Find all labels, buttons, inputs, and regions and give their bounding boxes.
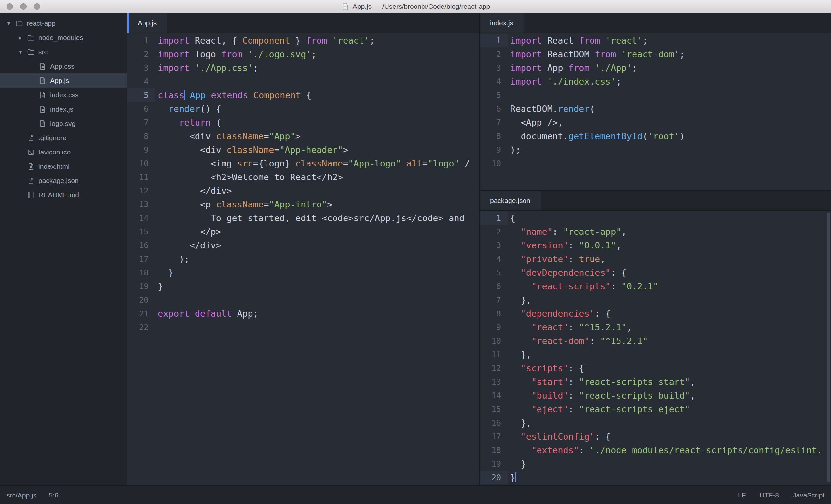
line-number[interactable]: 17 — [480, 430, 508, 444]
code-line[interactable]: 14 To get started, edit <code>src/App.js… — [127, 211, 479, 225]
tree-item-index.js[interactable]: index.js — [0, 102, 126, 116]
line-number[interactable]: 14 — [480, 389, 508, 403]
line-number[interactable]: 6 — [480, 279, 508, 293]
line-number[interactable]: 7 — [480, 116, 508, 129]
code-line[interactable]: 15 "eject": "react-scripts eject" — [480, 403, 831, 416]
line-number[interactable]: 8 — [480, 129, 508, 143]
code-line[interactable]: 5 "devDependencies": { — [480, 266, 831, 279]
code-line[interactable]: 19 } — [480, 457, 831, 471]
code-line[interactable]: 6 render() { — [127, 102, 479, 116]
chevron-right-icon[interactable]: ▸ — [16, 34, 25, 41]
code-line[interactable]: 15 </p> — [127, 225, 479, 239]
line-number[interactable]: 14 — [127, 211, 155, 225]
code-line[interactable]: 19} — [127, 279, 479, 293]
code-line[interactable]: 8 <div className="App"> — [127, 129, 479, 143]
line-number[interactable]: 5 — [480, 266, 508, 279]
line-number[interactable]: 13 — [127, 198, 155, 211]
editor-index-js[interactable]: 1import React from 'react';2import React… — [480, 33, 831, 190]
line-number[interactable]: 7 — [480, 293, 508, 307]
line-number[interactable]: 2 — [480, 225, 508, 239]
tree-item-react-app[interactable]: ▾react-app — [0, 16, 126, 31]
code-line[interactable]: 4 "private": true, — [480, 252, 831, 266]
line-number[interactable]: 4 — [127, 75, 155, 88]
code-line[interactable]: 9); — [480, 143, 831, 157]
line-number[interactable]: 15 — [127, 225, 155, 239]
line-number[interactable]: 18 — [480, 444, 508, 457]
line-number[interactable]: 12 — [480, 362, 508, 375]
line-number[interactable]: 13 — [480, 375, 508, 389]
line-number[interactable]: 19 — [480, 457, 508, 471]
line-number[interactable]: 3 — [480, 61, 508, 75]
close-button[interactable] — [6, 3, 13, 10]
code-line[interactable]: 7 <App />, — [480, 116, 831, 129]
line-number[interactable]: 8 — [480, 307, 508, 321]
line-number[interactable]: 10 — [127, 157, 155, 170]
code-line[interactable]: 7 }, — [480, 293, 831, 307]
code-line[interactable]: 20} — [480, 471, 831, 484]
code-line[interactable]: 6 "react-scripts": "0.2.1" — [480, 279, 831, 293]
chevron-down-icon[interactable]: ▾ — [16, 49, 25, 56]
code-line[interactable]: 5class App extends Component { — [127, 88, 479, 102]
line-number[interactable]: 2 — [127, 48, 155, 61]
tab-package-json[interactable]: package.json — [480, 190, 541, 210]
line-number[interactable]: 1 — [127, 34, 155, 48]
code-line[interactable]: 2import logo from './logo.svg'; — [127, 48, 479, 61]
line-number[interactable]: 8 — [127, 129, 155, 143]
editor-app-js[interactable]: 1import React, { Component } from 'react… — [127, 33, 479, 485]
code-line[interactable]: 17 ); — [127, 252, 479, 266]
line-number[interactable]: 9 — [480, 143, 508, 157]
code-line[interactable]: 11 <h2>Welcome to React</h2> — [127, 170, 479, 184]
code-line[interactable]: 21export default App; — [127, 307, 479, 321]
tree-item-package.json[interactable]: package.json — [0, 174, 126, 188]
code-line[interactable]: 10 <img src={logo} className="App-logo" … — [127, 157, 479, 170]
vertical-scrollbar[interactable] — [827, 213, 830, 482]
code-line[interactable]: 3 "version": "0.0.1", — [480, 239, 831, 252]
line-number[interactable]: 12 — [127, 184, 155, 198]
line-number[interactable]: 10 — [480, 334, 508, 348]
code-line[interactable]: 12 </div> — [127, 184, 479, 198]
tree-item-index.css[interactable]: index.css — [0, 88, 126, 102]
code-line[interactable]: 10 "react-dom": "^15.2.1" — [480, 334, 831, 348]
tree-item-node_modules[interactable]: ▸node_modules — [0, 31, 126, 45]
tab-app-js[interactable]: App.js — [127, 13, 167, 33]
status-language[interactable]: JavaScript — [793, 491, 825, 499]
status-encoding[interactable]: UTF-8 — [760, 491, 779, 499]
zoom-button[interactable] — [34, 3, 40, 10]
line-number[interactable]: 9 — [127, 143, 155, 157]
code-line[interactable]: 18 } — [127, 266, 479, 279]
tab-index-js[interactable]: index.js — [480, 13, 523, 33]
line-number[interactable]: 20 — [480, 471, 508, 484]
code-line[interactable]: 2import ReactDOM from 'react-dom'; — [480, 48, 831, 61]
tree-item-favicon.ico[interactable]: favicon.ico — [0, 145, 126, 159]
line-number[interactable]: 7 — [127, 116, 155, 129]
line-number[interactable]: 16 — [127, 239, 155, 252]
code-line[interactable]: 16 }, — [480, 416, 831, 430]
tree-item-README.md[interactable]: README.md — [0, 188, 126, 202]
minimize-button[interactable] — [20, 3, 27, 10]
code-line[interactable]: 4 — [127, 75, 479, 88]
code-line[interactable]: 16 </div> — [127, 239, 479, 252]
code-line[interactable]: 4import './index.css'; — [480, 75, 831, 88]
code-line[interactable]: 22 — [127, 321, 479, 334]
chevron-down-icon[interactable]: ▾ — [5, 20, 13, 27]
code-line[interactable]: 20 — [127, 293, 479, 307]
code-line[interactable]: 3import './App.css'; — [127, 61, 479, 75]
line-number[interactable]: 5 — [480, 88, 508, 102]
tree-item-src[interactable]: ▾src — [0, 45, 126, 59]
line-number[interactable]: 15 — [480, 403, 508, 416]
line-number[interactable]: 21 — [127, 307, 155, 321]
tree-item-index.html[interactable]: index.html — [0, 159, 126, 174]
code-line[interactable]: 9 "react": "^15.2.1", — [480, 321, 831, 334]
code-line[interactable]: 8 document.getElementById('root') — [480, 129, 831, 143]
line-number[interactable]: 6 — [480, 102, 508, 116]
code-line[interactable]: 1import React from 'react'; — [480, 34, 831, 48]
code-line[interactable]: 9 <div className="App-header"> — [127, 143, 479, 157]
tree-item-App.css[interactable]: App.css — [0, 59, 126, 73]
status-line-ending[interactable]: LF — [738, 491, 746, 499]
line-number[interactable]: 1 — [480, 211, 508, 225]
code-line[interactable]: 11 }, — [480, 348, 831, 362]
code-line[interactable]: 12 "scripts": { — [480, 362, 831, 375]
code-line[interactable]: 17 "eslintConfig": { — [480, 430, 831, 444]
code-line[interactable]: 13 <p className="App-intro"> — [127, 198, 479, 211]
line-number[interactable]: 6 — [127, 102, 155, 116]
